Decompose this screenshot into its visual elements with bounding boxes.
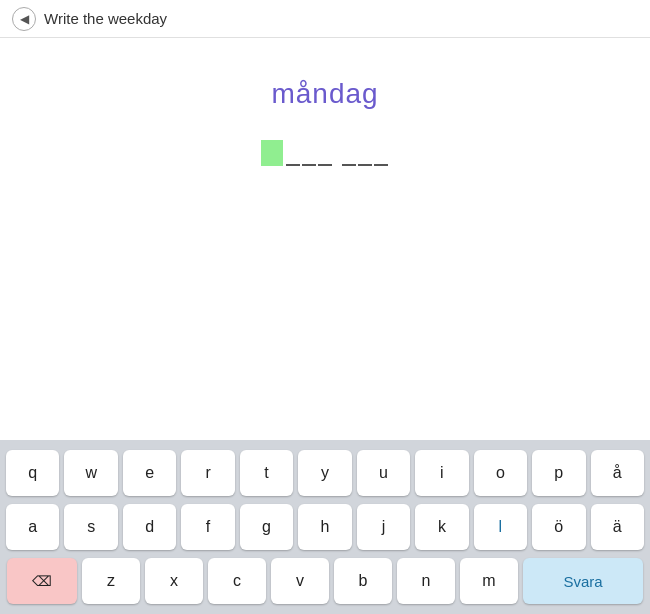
key-l[interactable]: l [474, 504, 527, 550]
blank-1 [286, 140, 300, 166]
key-m[interactable]: m [460, 558, 518, 604]
key-v[interactable]: v [271, 558, 329, 604]
key-ae[interactable]: ä [591, 504, 644, 550]
word-display: måndag [271, 78, 378, 110]
blank-5 [358, 140, 372, 166]
key-o[interactable]: o [474, 450, 527, 496]
key-u[interactable]: u [357, 450, 410, 496]
key-b[interactable]: b [334, 558, 392, 604]
key-oe[interactable]: ö [532, 504, 585, 550]
blank-6 [374, 140, 388, 166]
key-p[interactable]: p [532, 450, 585, 496]
key-y[interactable]: y [298, 450, 351, 496]
main-content: måndag [0, 38, 650, 186]
back-icon: ◀ [20, 12, 29, 26]
svara-button[interactable]: Svara [523, 558, 643, 604]
back-button[interactable]: ◀ [12, 7, 36, 31]
keyboard-row-2: a s d f g h j k l ö ä [6, 504, 644, 550]
answer-area [261, 140, 389, 166]
key-f[interactable]: f [181, 504, 234, 550]
key-q[interactable]: q [6, 450, 59, 496]
key-r[interactable]: r [181, 450, 234, 496]
key-t[interactable]: t [240, 450, 293, 496]
key-k[interactable]: k [415, 504, 468, 550]
key-h[interactable]: h [298, 504, 351, 550]
key-c[interactable]: c [208, 558, 266, 604]
key-z[interactable]: z [82, 558, 140, 604]
keyboard-row-3: ⌫ z x c v b n m Svara [6, 558, 644, 604]
key-n[interactable]: n [397, 558, 455, 604]
letter-blanks [285, 140, 389, 166]
key-i[interactable]: i [415, 450, 468, 496]
blank-2 [302, 140, 316, 166]
key-x[interactable]: x [145, 558, 203, 604]
key-a[interactable]: a [6, 504, 59, 550]
page-title: Write the weekday [44, 10, 167, 27]
blank-4 [342, 140, 356, 166]
key-d[interactable]: d [123, 504, 176, 550]
key-s[interactable]: s [64, 504, 117, 550]
key-w[interactable]: w [64, 450, 117, 496]
key-g[interactable]: g [240, 504, 293, 550]
key-aa[interactable]: å [591, 450, 644, 496]
keyboard-row-1: q w e r t y u i o p å [6, 450, 644, 496]
keyboard: q w e r t y u i o p å a s d f g h j k l … [0, 440, 650, 614]
key-e[interactable]: e [123, 450, 176, 496]
key-delete[interactable]: ⌫ [7, 558, 77, 604]
cursor-block [261, 140, 283, 166]
key-j[interactable]: j [357, 504, 410, 550]
blank-3 [318, 140, 332, 166]
header: ◀ Write the weekday [0, 0, 650, 38]
